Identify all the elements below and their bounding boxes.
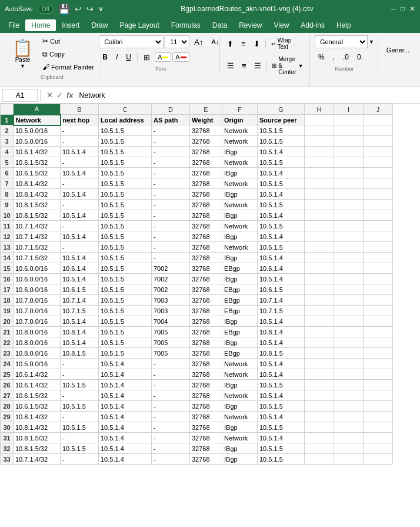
cell-19-G[interactable]: 10.7.1.5 bbox=[258, 306, 305, 316]
cell-18-D[interactable]: 7003 bbox=[152, 295, 190, 306]
cell-12-C[interactable]: 10.5.1.5 bbox=[99, 231, 152, 242]
cell-10-J[interactable] bbox=[364, 210, 393, 221]
cell-16-F[interactable]: IBgp bbox=[222, 274, 258, 284]
cell-21-D[interactable]: 7005 bbox=[152, 327, 190, 337]
cell-22-F[interactable]: IBgp bbox=[222, 337, 258, 348]
cell-11-F[interactable]: Network bbox=[222, 221, 258, 231]
cell-7-E[interactable]: 32768 bbox=[190, 178, 222, 189]
cell-20-B[interactable]: 10.5.1.4 bbox=[61, 316, 99, 327]
col-header-f[interactable]: F bbox=[222, 104, 258, 115]
increase-decimal-btn[interactable]: .0 bbox=[339, 51, 352, 64]
cell-26-C[interactable]: 10.5.1.4 bbox=[99, 380, 152, 390]
cell-15-I[interactable] bbox=[334, 263, 364, 274]
cell-8-A[interactable]: 10.8.1.4/32 bbox=[14, 189, 61, 200]
cell-32-A[interactable]: 10.8.1.5/32 bbox=[14, 443, 61, 454]
cell-10-H[interactable] bbox=[305, 210, 334, 221]
cell-24-C[interactable]: 10.5.1.4 bbox=[99, 359, 152, 369]
cell-18-C[interactable]: 10.5.1.5 bbox=[99, 295, 152, 306]
cell-9-H[interactable] bbox=[305, 200, 334, 210]
row-header-15[interactable]: 15 bbox=[1, 263, 14, 274]
row-header-32[interactable]: 32 bbox=[1, 443, 14, 454]
cell-30-H[interactable] bbox=[305, 422, 334, 433]
cell-22-I[interactable] bbox=[334, 337, 364, 348]
merge-dropdown[interactable]: ▼ bbox=[298, 63, 304, 69]
cell-3-J[interactable] bbox=[364, 136, 393, 147]
cell-16-E[interactable]: 32768 bbox=[190, 274, 222, 284]
cell-26-I[interactable] bbox=[334, 380, 364, 390]
cell-8-E[interactable]: 32768 bbox=[190, 189, 222, 200]
cell-16-I[interactable] bbox=[334, 274, 364, 284]
save-icon[interactable]: 💾 bbox=[58, 4, 70, 15]
row-header-12[interactable]: 12 bbox=[1, 231, 14, 242]
cell-17-C[interactable]: 10.5.1.5 bbox=[99, 284, 152, 295]
cell-15-E[interactable]: 32768 bbox=[190, 263, 222, 274]
customize-icon[interactable]: ∨ bbox=[98, 5, 104, 13]
cell-22-B[interactable]: 10.5.1.4 bbox=[61, 337, 99, 348]
cell-20-H[interactable] bbox=[305, 316, 334, 327]
cell-6-D[interactable]: - bbox=[152, 168, 190, 178]
cell-21-B[interactable]: 10.8.1.4 bbox=[61, 327, 99, 337]
cell-8-D[interactable]: - bbox=[152, 189, 190, 200]
cell-29-F[interactable]: Network bbox=[222, 412, 258, 422]
cell-24-I[interactable] bbox=[334, 359, 364, 369]
cell-26-D[interactable]: - bbox=[152, 380, 190, 390]
cell-10-C[interactable]: 10.5.1.5 bbox=[99, 210, 152, 221]
cell-30-F[interactable]: IBgp bbox=[222, 422, 258, 433]
cell-22-H[interactable] bbox=[305, 337, 334, 348]
cell-13-E[interactable]: 32768 bbox=[190, 242, 222, 253]
cell-30-J[interactable] bbox=[364, 422, 393, 433]
cell-23-F[interactable]: EBgp bbox=[222, 348, 258, 359]
cell-8-B[interactable]: 10.5.1.4 bbox=[61, 189, 99, 200]
cell-2-D[interactable]: - bbox=[152, 125, 190, 136]
cell-12-J[interactable] bbox=[364, 231, 393, 242]
align-left-btn[interactable]: ☰ bbox=[224, 59, 238, 72]
cell-25-A[interactable]: 10.6.1.4/32 bbox=[14, 369, 61, 380]
cell-19-A[interactable]: 10.7.0.0/16 bbox=[14, 306, 61, 316]
cell-1-C[interactable]: Local address bbox=[99, 115, 152, 125]
cell-18-F[interactable]: EBgp bbox=[222, 295, 258, 306]
cell-2-E[interactable]: 32768 bbox=[190, 125, 222, 136]
cell-11-G[interactable]: 10.5.1.5 bbox=[258, 221, 305, 231]
cell-5-B[interactable]: - bbox=[61, 157, 99, 168]
cell-10-F[interactable]: IBgp bbox=[222, 210, 258, 221]
cell-25-C[interactable]: 10.5.1.4 bbox=[99, 369, 152, 380]
number-dropdown-icon[interactable]: ▼ bbox=[369, 39, 374, 45]
cell-31-B[interactable]: - bbox=[61, 433, 99, 443]
cell-32-D[interactable]: - bbox=[152, 443, 190, 454]
cell-33-I[interactable] bbox=[334, 454, 364, 465]
cell-23-J[interactable] bbox=[364, 348, 393, 359]
cell-31-G[interactable]: 10.5.1.4 bbox=[258, 433, 305, 443]
cell-25-G[interactable]: 10.5.1.4 bbox=[258, 369, 305, 380]
cell-31-E[interactable]: 32768 bbox=[190, 433, 222, 443]
comma-btn[interactable]: , bbox=[329, 51, 338, 64]
cell-30-E[interactable]: 32768 bbox=[190, 422, 222, 433]
row-header-30[interactable]: 30 bbox=[1, 422, 14, 433]
cell-16-H[interactable] bbox=[305, 274, 334, 284]
cell-19-J[interactable] bbox=[364, 306, 393, 316]
menu-item-review[interactable]: Review bbox=[233, 19, 268, 31]
cell-8-H[interactable] bbox=[305, 189, 334, 200]
cell-21-H[interactable] bbox=[305, 327, 334, 337]
cell-6-C[interactable]: 10.5.1.5 bbox=[99, 168, 152, 178]
cell-18-B[interactable]: 10.7.1.4 bbox=[61, 295, 99, 306]
cell-25-D[interactable]: - bbox=[152, 369, 190, 380]
cell-8-F[interactable]: IBgp bbox=[222, 189, 258, 200]
cell-28-F[interactable]: IBgp bbox=[222, 401, 258, 412]
cell-7-A[interactable]: 10.8.1.4/32 bbox=[14, 178, 61, 189]
cell-15-A[interactable]: 10.6.0.0/16 bbox=[14, 263, 61, 274]
cell-4-I[interactable] bbox=[334, 147, 364, 157]
cell-12-A[interactable]: 10.7.1.4/32 bbox=[14, 231, 61, 242]
cell-18-J[interactable] bbox=[364, 295, 393, 306]
cell-26-G[interactable]: 10.5.1.5 bbox=[258, 380, 305, 390]
cell-33-J[interactable] bbox=[364, 454, 393, 465]
menu-item-formulas[interactable]: Formulas bbox=[165, 19, 206, 31]
cell-20-C[interactable]: 10.5.1.5 bbox=[99, 316, 152, 327]
cell-19-F[interactable]: EBgp bbox=[222, 306, 258, 316]
cell-27-H[interactable] bbox=[305, 390, 334, 401]
cell-23-A[interactable]: 10.8.0.0/16 bbox=[14, 348, 61, 359]
align-right-btn[interactable]: ☰ bbox=[251, 59, 265, 72]
cell-16-J[interactable] bbox=[364, 274, 393, 284]
cell-12-I[interactable] bbox=[334, 231, 364, 242]
cell-30-C[interactable]: 10.5.1.4 bbox=[99, 422, 152, 433]
cell-3-I[interactable] bbox=[334, 136, 364, 147]
